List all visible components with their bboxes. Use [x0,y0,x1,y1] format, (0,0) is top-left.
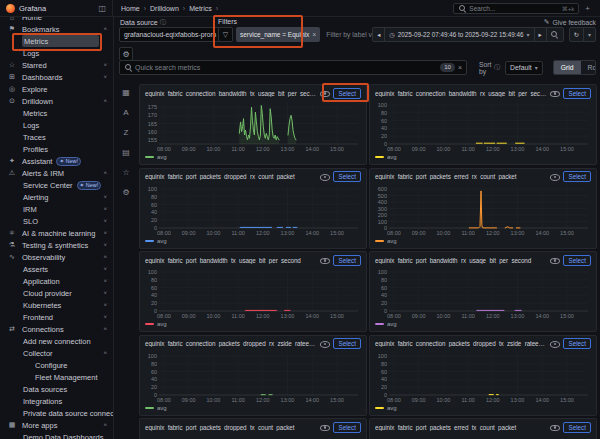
sidebar-item-configure[interactable]: Configure [0,359,113,371]
sidebar-item-application[interactable]: Application˅ [0,275,113,287]
add-icon[interactable]: + [585,4,590,13]
sidebar-item-fleet-management[interactable]: Fleet Management [0,371,113,383]
zoom-out-button[interactable] [546,27,564,42]
sidebar-item-testing-synthetics[interactable]: ⚗Testing & synthetics˅ [0,239,113,251]
sidebar-item-add-new-connection[interactable]: Add new connection [0,335,113,347]
time-forward-button[interactable]: ▸ [534,27,547,42]
rows-view-button[interactable]: Rows [581,61,596,74]
eye-icon[interactable] [550,172,560,181]
svg-text:60: 60 [151,201,157,207]
sidebar-item-traces[interactable]: Traces [0,131,113,143]
select-button[interactable]: Select [333,422,361,433]
sidebar-item-ai-machine-learning[interactable]: ⚛AI & machine learning˅ [0,227,113,239]
sidebar-item-logs[interactable]: Logs [0,47,113,59]
select-button[interactable]: Select [563,338,591,349]
chevron-down-icon: ˅ [103,290,107,296]
sidebar-item-explore[interactable]: ◎Explore [0,83,113,95]
chevron-down-icon: ˅ [103,74,107,80]
filter-chip[interactable]: service_name = Equinix × [236,27,320,42]
breadcrumb-item-drilldown[interactable]: Drilldown [150,5,179,12]
give-feedback-link[interactable]: ✎ Give feedback [544,18,596,26]
result-count-badge: 10 [440,63,455,72]
eye-icon[interactable] [550,256,560,265]
select-button[interactable]: Select [333,255,361,266]
settings-button[interactable]: ⚙ [119,47,133,61]
eye-icon[interactable] [320,339,330,348]
sidebar-item-metrics[interactable]: Metrics [0,107,113,119]
sidebar-item-collector[interactable]: Collector˄ [0,347,113,359]
sidebar-item-logs[interactable]: Logs [0,119,113,131]
breadcrumb-item-home[interactable]: Home [121,5,140,12]
quick-search-input[interactable]: Quick search metrics 10 × [119,60,467,75]
breadcrumb-item-metrics[interactable]: Metrics [189,5,212,12]
sidebar-item-assistant[interactable]: ✦Assistant✦ New! [0,155,113,167]
select-button[interactable]: Select [563,171,591,182]
sidebar-item-data-sources[interactable]: Data sources [0,383,113,395]
font-size-icon[interactable]: A [120,106,133,119]
select-button[interactable]: Select [563,422,591,433]
svg-text:15:00: 15:00 [560,313,574,319]
svg-text:300: 300 [378,205,387,211]
sidebar-item-private-data-source-connect[interactable]: Private data source connect [0,407,113,419]
metrics-toolbar: Quick search metrics 10 × Sort byⓘ Defau… [119,60,596,75]
grid-view-button[interactable]: Grid [554,61,581,74]
sidebar-item-slo[interactable]: SLO˅ [0,215,113,227]
funnel-button[interactable]: ▽ [218,27,233,42]
select-button[interactable]: Select [333,171,361,182]
svg-text:170: 170 [148,112,157,118]
eye-icon[interactable] [320,256,330,265]
sort-select[interactable]: Default ▾ [505,61,543,75]
eye-icon[interactable] [320,172,330,181]
select-button[interactable]: Select [333,88,361,99]
chart-legend: avg [375,404,591,412]
time-range-button[interactable]: ◷ 2025-09-22 07:49:46 to 2025-09-22 15:4… [384,27,534,42]
sort-az-icon[interactable]: Z [120,126,133,139]
star-icon[interactable]: ☆ [120,166,133,179]
sidebar-item-kubernetes[interactable]: Kubernetes˅ [0,299,113,311]
sidebar-item-profiles[interactable]: Profiles [0,143,113,155]
sidebar-item-demo-data-dashboards[interactable]: Demo Data Dashboards [0,431,113,439]
close-icon[interactable]: × [312,31,316,38]
sidebar-item-service-center[interactable]: Service Center✦ New! [0,179,113,191]
sidebar-item-label: Profiles [23,145,48,154]
sidebar-item-integrations[interactable]: Integrations [0,395,113,407]
layout-grid-icon[interactable]: ▦ [120,86,133,99]
svg-text:160: 160 [148,129,157,135]
sidebar-item-irm[interactable]: IRM˅ [0,203,113,215]
sidebar-item-label: Starred [22,61,47,70]
eye-icon[interactable] [320,89,330,98]
sidebar-item-bookmarks[interactable]: ⚑Bookmarks˄ [0,23,113,35]
sidebar-item-cloud-provider[interactable]: Cloud provider˅ [0,287,113,299]
legend-line [375,156,384,158]
sidebar-item-asserts[interactable]: Asserts˅ [0,263,113,275]
sidebar-item-drilldown[interactable]: ⊙Drilldown˄ [0,95,113,107]
sidebar-item-alerts-irm[interactable]: ⚠Alerts & IRM˄ [0,167,113,179]
eye-icon[interactable] [320,423,330,432]
refresh-button[interactable]: ↻ [569,27,584,42]
clear-search-icon[interactable]: × [458,64,462,71]
metric-panel-title: equinix_fabric_port_packets_dropped_rx_c… [145,173,317,180]
eye-icon[interactable] [550,89,560,98]
refresh-interval-button[interactable]: ▾ [583,27,596,42]
sidebar-item-connections[interactable]: ⇄Connections˄ [0,323,113,335]
eye-icon[interactable] [550,423,560,432]
sidebar-item-frontend[interactable]: Frontend˅ [0,311,113,323]
panel-type-icon[interactable]: ▤ [120,146,133,159]
select-button[interactable]: Select [563,88,591,99]
sidebar-item-label: Service Center [23,181,73,190]
sidebar-item-home[interactable]: ⌂Home [0,16,113,23]
sidebar-item-metrics[interactable]: Metrics [22,35,99,47]
sidebar-item-alerting[interactable]: Alerting˅ [0,191,113,203]
sidebar-item-more-apps[interactable]: ▦More apps˄ [0,419,113,431]
sidebar-item-observability[interactable]: ∿Observability˄ [0,251,113,263]
sidebar-item-starred[interactable]: ☆Starred˅ [0,59,113,71]
eye-icon[interactable] [550,339,560,348]
data-source-select[interactable]: grafanacloud-eqixfabobs-prom ▾ [119,27,233,42]
settings-gear-icon[interactable]: ⚙ [120,186,133,199]
sidebar-item-dashboards[interactable]: ⊞Dashboards˅ [0,71,113,83]
explore-icon: ◎ [7,85,17,93]
search-input[interactable]: Search... ⌘+k [453,3,579,14]
dock-sidebar-icon[interactable]: ◫ [98,4,106,13]
select-button[interactable]: Select [563,255,591,266]
select-button[interactable]: Select [333,338,361,349]
